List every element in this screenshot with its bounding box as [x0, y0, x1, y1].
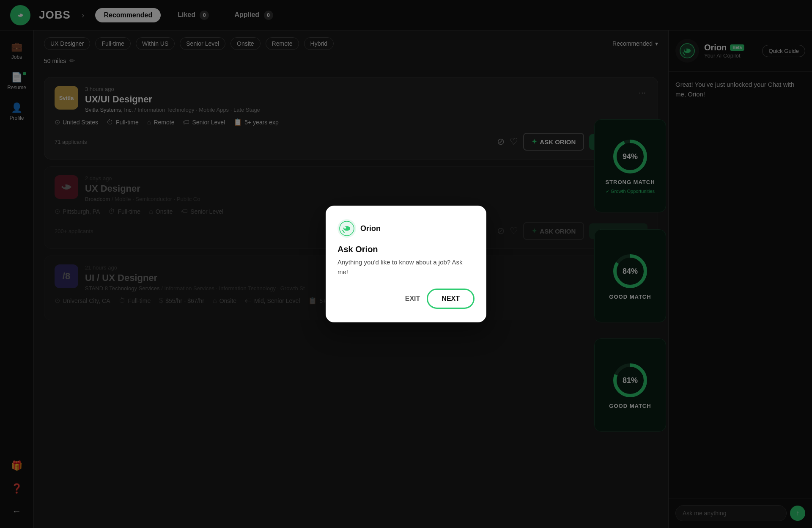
dialog-description: Anything you'd like to know about a job?… — [337, 258, 475, 277]
dialog-orion-name: Orion — [360, 224, 381, 233]
dialog-orion-logo — [337, 219, 356, 238]
svg-point-15 — [344, 227, 346, 229]
dialog-actions: EXIT NEXT — [337, 289, 475, 309]
dialog-title: Ask Orion — [337, 245, 475, 254]
dialog-next-btn[interactable]: NEXT — [427, 289, 475, 309]
overlay[interactable]: Orion Ask Orion Anything you'd like to k… — [0, 0, 812, 528]
dialog-exit-btn[interactable]: EXIT — [405, 295, 420, 302]
ask-orion-dialog: Orion Ask Orion Anything you'd like to k… — [326, 206, 486, 322]
dialog-header: Orion — [337, 219, 475, 238]
